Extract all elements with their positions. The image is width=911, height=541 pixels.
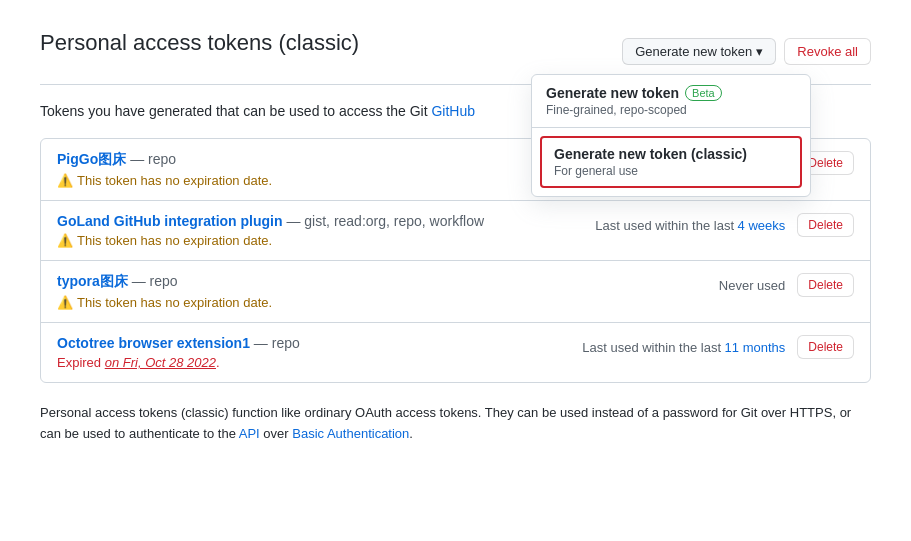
token-info: typora图床 — repo ⚠️ This token has no exp… xyxy=(57,273,703,310)
api-link[interactable]: API xyxy=(239,426,260,441)
header-buttons: Generate new token ▾ Revoke all Generate… xyxy=(622,38,871,65)
token-scopes: — repo xyxy=(132,273,178,289)
token-actions: Never used Delete xyxy=(719,273,854,297)
token-name-link[interactable]: GoLand GitHub integration plugin xyxy=(57,213,283,229)
token-info: GoLand GitHub integration plugin — gist,… xyxy=(57,213,579,248)
dropdown-item-classic-subtitle: For general use xyxy=(554,164,788,178)
token-expired: Expired on Fri, Oct 28 2022. xyxy=(57,355,566,370)
footer-text: Personal access tokens (classic) functio… xyxy=(40,403,871,445)
token-scopes: — repo xyxy=(130,151,176,167)
token-name-link[interactable]: PigGo图床 xyxy=(57,151,126,167)
subtitle-link[interactable]: GitHub xyxy=(431,103,475,119)
generate-token-dropdown: Generate new token Beta Fine-grained, re… xyxy=(531,74,811,197)
dropdown-item-classic-wrapper: Generate new token (classic) For general… xyxy=(532,128,810,196)
token-name-row: typora图床 — repo xyxy=(57,273,703,291)
dropdown-arrow-icon: ▾ xyxy=(756,44,763,59)
footer-text-1: Personal access tokens (classic) functio… xyxy=(40,405,851,441)
header-row: Personal access tokens (classic) Generat… xyxy=(40,30,871,72)
token-warning: ⚠️ This token has no expiration date. xyxy=(57,233,579,248)
token-actions: Last used within the last 11 months Dele… xyxy=(582,335,854,359)
token-warning: ⚠️ This token has no expiration date. xyxy=(57,295,703,310)
token-warning-text: This token has no expiration date. xyxy=(77,233,272,248)
token-scopes: — repo xyxy=(254,335,300,351)
token-scopes: — gist, read:org, repo, workflow xyxy=(286,213,484,229)
token-never-used: Never used xyxy=(719,278,785,293)
token-status: Last used within the last 4 weeks xyxy=(595,218,785,233)
token-name-link[interactable]: typora图床 xyxy=(57,273,128,289)
delete-button[interactable]: Delete xyxy=(797,335,854,359)
status-highlight: 4 weeks xyxy=(738,218,786,233)
revoke-all-button[interactable]: Revoke all xyxy=(784,38,871,65)
dropdown-item-beta-title: Generate new token Beta xyxy=(546,85,796,101)
warning-icon: ⚠️ xyxy=(57,295,73,310)
table-row: Octotree browser extension1 — repo Expir… xyxy=(41,323,870,382)
dropdown-item-classic[interactable]: Generate new token (classic) For general… xyxy=(540,136,802,188)
warning-icon: ⚠️ xyxy=(57,173,73,188)
table-row: typora图床 — repo ⚠️ This token has no exp… xyxy=(41,261,870,323)
dropdown-item-classic-title: Generate new token (classic) xyxy=(554,146,788,162)
token-info: Octotree browser extension1 — repo Expir… xyxy=(57,335,566,370)
expiry-link[interactable]: on Fri, Oct 28 2022 xyxy=(105,355,216,370)
token-name-row: Octotree browser extension1 — repo xyxy=(57,335,566,351)
delete-button[interactable]: Delete xyxy=(797,213,854,237)
delete-button[interactable]: Delete xyxy=(797,273,854,297)
dropdown-item-beta[interactable]: Generate new token Beta Fine-grained, re… xyxy=(532,75,810,127)
token-warning-text: This token has no expiration date. xyxy=(77,295,272,310)
generate-button-label: Generate new token xyxy=(635,44,752,59)
token-warning-text: This token has no expiration date. xyxy=(77,173,272,188)
dropdown-item-beta-subtitle: Fine-grained, repo-scoped xyxy=(546,103,796,117)
generate-new-token-button[interactable]: Generate new token ▾ xyxy=(622,38,776,65)
footer-text-2: over xyxy=(260,426,293,441)
basic-auth-link[interactable]: Basic Authentication xyxy=(292,426,409,441)
token-name-row: GoLand GitHub integration plugin — gist,… xyxy=(57,213,579,229)
page-title: Personal access tokens (classic) xyxy=(40,30,359,56)
page-container: Personal access tokens (classic) Generat… xyxy=(40,30,871,445)
table-row: GoLand GitHub integration plugin — gist,… xyxy=(41,201,870,261)
token-name-link[interactable]: Octotree browser extension1 xyxy=(57,335,250,351)
footer-text-3: . xyxy=(409,426,413,441)
beta-badge: Beta xyxy=(685,85,722,101)
warning-icon: ⚠️ xyxy=(57,233,73,248)
token-actions: Last used within the last 4 weeks Delete xyxy=(595,213,854,237)
token-status: Last used within the last 11 months xyxy=(582,340,785,355)
status-highlight: 11 months xyxy=(725,340,786,355)
